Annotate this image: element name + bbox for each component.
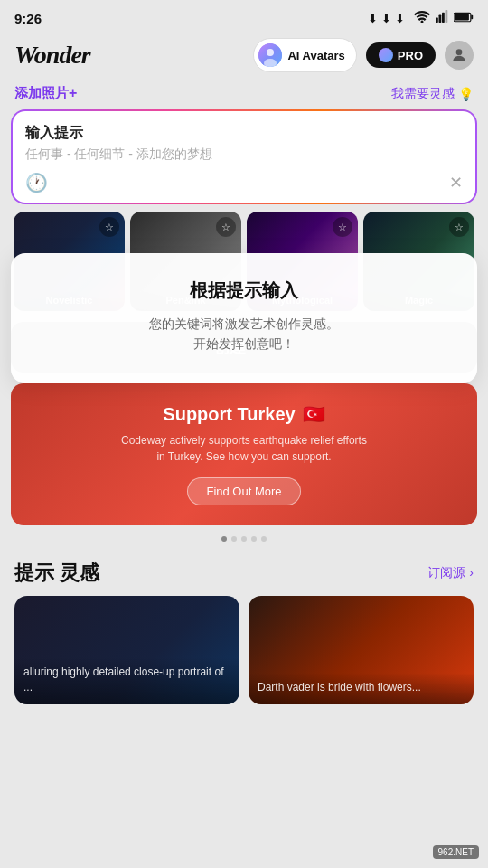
- watermark: 962.NET: [433, 845, 479, 859]
- svg-rect-3: [442, 13, 445, 23]
- tooltip-modal: 根据提示输入 您的关键词将激发艺术创作灵感。 开始发挥创意吧！: [11, 253, 477, 383]
- prompt-section-header: 提示 灵感 订阅源 ›: [0, 549, 488, 596]
- clear-icon[interactable]: ✕: [449, 173, 463, 193]
- prompt-input-container[interactable]: 输入提示 任何事 - 任何细节 - 添加您的梦想 🕐 ✕: [11, 109, 477, 204]
- add-photo-button[interactable]: 添加照片+: [14, 85, 77, 102]
- turkey-flag-icon: 🇹🇷: [303, 403, 325, 425]
- prompt-card-2-text: Darth vader is bride with flowers...: [249, 673, 474, 704]
- download-icon-3: ⬇: [395, 12, 405, 25]
- inspiration-button[interactable]: 我需要灵感 💡: [391, 86, 474, 102]
- subscribe-link[interactable]: 订阅源 ›: [427, 565, 474, 581]
- svg-rect-6: [471, 15, 473, 20]
- app-logo: Wonder: [14, 41, 90, 70]
- pro-button[interactable]: PRO: [366, 42, 436, 68]
- toolbar-row: 添加照片+ 我需要灵感 💡: [0, 81, 488, 109]
- tooltip-body: 您的关键词将激发艺术创作灵感。 开始发挥创意吧！: [33, 314, 455, 354]
- ai-avatars-button[interactable]: AI Avatars: [253, 38, 356, 72]
- find-out-more-button[interactable]: Find Out More: [187, 477, 300, 505]
- carousel-dots: [0, 536, 488, 542]
- status-time: 9:26: [14, 11, 42, 26]
- support-banner-title: Support Turkey 🇹🇷: [29, 403, 459, 425]
- ai-avatar-image: [258, 43, 282, 67]
- signal-icon: [436, 10, 448, 26]
- star-icon-novelistic[interactable]: ☆: [99, 217, 119, 237]
- wifi-icon: [414, 10, 430, 26]
- input-placeholder: 任何事 - 任何细节 - 添加您的梦想: [25, 146, 463, 163]
- star-icon-magic[interactable]: ☆: [449, 217, 469, 237]
- svg-rect-1: [436, 17, 438, 23]
- header: Wonder AI Avatars: [0, 33, 488, 81]
- status-bar: 9:26 ⬇ ⬇ ⬇: [0, 0, 488, 33]
- pro-icon: [379, 48, 393, 62]
- bulb-icon: 💡: [458, 87, 474, 101]
- download-icon-2: ⬇: [381, 12, 391, 25]
- svg-point-9: [267, 49, 274, 56]
- svg-rect-4: [446, 10, 448, 23]
- input-bottom: 🕐 ✕: [25, 172, 463, 193]
- battery-icon: [454, 10, 474, 26]
- input-label: 输入提示: [25, 124, 463, 143]
- support-turkey-banner: Support Turkey 🇹🇷 Codeway actively suppo…: [11, 383, 477, 525]
- history-icon[interactable]: 🕐: [25, 172, 48, 193]
- svg-point-0: [421, 21, 424, 24]
- prompt-cards-row: alluring highly detailed close-up portra…: [0, 596, 488, 704]
- header-right: AI Avatars PRO: [253, 38, 474, 72]
- svg-point-11: [456, 49, 463, 55]
- pro-label: PRO: [398, 49, 423, 62]
- status-icons: ⬇ ⬇ ⬇: [368, 10, 474, 26]
- star-icon-penink[interactable]: ☆: [216, 217, 236, 237]
- dot-1[interactable]: [221, 536, 227, 542]
- dot-4[interactable]: [251, 536, 257, 542]
- download-icon-1: ⬇: [368, 12, 378, 25]
- prompt-card-1[interactable]: alluring highly detailed close-up portra…: [14, 596, 239, 704]
- star-icon-mythological[interactable]: ☆: [333, 217, 352, 237]
- tooltip-title: 根据提示输入: [33, 278, 455, 303]
- svg-rect-7: [455, 14, 469, 20]
- dot-3[interactable]: [241, 536, 247, 542]
- prompt-card-1-text: alluring highly detailed close-up portra…: [14, 657, 239, 704]
- ai-avatars-label: AI Avatars: [287, 49, 344, 62]
- prompt-card-2[interactable]: Darth vader is bride with flowers...: [249, 596, 474, 704]
- dot-5[interactable]: [261, 536, 267, 542]
- user-profile-icon[interactable]: [445, 41, 474, 70]
- support-banner-body: Codeway actively supports earthquake rel…: [29, 432, 459, 465]
- section-title: 提示 灵感: [14, 560, 99, 587]
- dot-2[interactable]: [231, 536, 237, 542]
- svg-rect-2: [439, 15, 442, 23]
